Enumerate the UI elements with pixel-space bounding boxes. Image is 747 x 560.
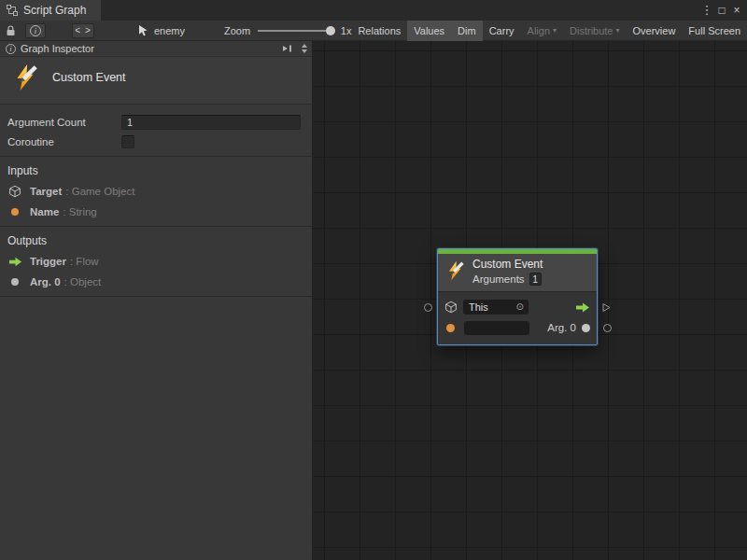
node-header: Custom Event Arguments 1 <box>438 254 597 291</box>
graph-inspector-panel: i Graph Inspector <box>0 41 313 560</box>
game-object-icon <box>7 185 22 198</box>
outputs-heading: Outputs <box>7 234 304 247</box>
node-arguments-value[interactable]: 1 <box>529 273 542 286</box>
output-port-row: Trigger : Flow <box>7 251 304 272</box>
overview-button[interactable]: Overview <box>627 21 683 41</box>
chevron-down-icon: ▾ <box>553 26 557 35</box>
argument-count-row: Argument Count <box>7 112 301 132</box>
port-type: : Object <box>64 276 102 287</box>
zoom-label: Zoom <box>224 25 250 36</box>
name-port-row: Arg. 0 <box>444 317 590 338</box>
close-icon[interactable]: × <box>729 2 744 19</box>
flow-arrow-icon <box>7 257 22 267</box>
inspector-toggle-button[interactable]: i <box>25 23 46 38</box>
input-port-row: Target : Game Object <box>7 181 304 202</box>
zoom-slider-track <box>258 30 333 32</box>
node-header-text: Custom Event Arguments 1 <box>472 258 543 286</box>
string-port-icon <box>7 208 22 216</box>
port-name: Target <box>30 186 62 197</box>
port-name: Name <box>30 206 59 217</box>
object-port-icon <box>7 278 22 286</box>
trigger-port-connector[interactable] <box>601 302 612 313</box>
target-port-connector[interactable] <box>424 303 432 312</box>
align-label: Align <box>528 25 550 36</box>
unity-script-graph-window: Script Graph ⋮ □ × i < > enemy <box>0 0 747 560</box>
tab-label: Script Graph <box>23 4 86 17</box>
target-port-row: This ⊙ <box>444 297 590 317</box>
inputs-heading: Inputs <box>7 164 304 177</box>
graph-reference[interactable]: enemy <box>137 24 185 36</box>
port-type: : Flow <box>70 256 99 267</box>
dim-button[interactable]: Dim <box>451 21 483 41</box>
dock-icon[interactable] <box>282 44 293 53</box>
window-menu-icon[interactable]: ⋮ <box>699 2 714 19</box>
toolbar-button-group: Relations Values Dim Carry Align ▾ Distr… <box>351 21 747 41</box>
output-port-row: Arg. 0 : Object <box>7 272 304 292</box>
zoom-slider-knob[interactable] <box>326 26 335 35</box>
outputs-section: Outputs Trigger : Flow Arg. 0 : Object <box>0 227 312 297</box>
lock-icon[interactable] <box>6 25 16 36</box>
argument-count-input[interactable] <box>121 115 301 130</box>
object-picker-icon[interactable]: ⊙ <box>516 302 524 312</box>
coroutine-label: Coroutine <box>7 136 121 147</box>
inspector-header: i Graph Inspector <box>0 41 312 57</box>
scroll-spinner[interactable] <box>302 44 307 53</box>
graph-name-label: enemy <box>154 25 185 36</box>
target-dropdown-value: This <box>469 301 488 313</box>
port-name: Arg. 0 <box>30 276 61 287</box>
inputs-section: Inputs Target : Game Object Name : Strin… <box>0 157 312 227</box>
align-dropdown-button[interactable]: Align ▾ <box>521 21 563 41</box>
titlebar: Script Graph ⋮ □ × <box>0 0 747 21</box>
info-icon: i <box>30 25 41 36</box>
node-arguments-label: Arguments <box>472 273 525 286</box>
port-name: Trigger <box>30 256 66 267</box>
values-button[interactable]: Values <box>407 21 451 41</box>
custom-event-node[interactable]: Custom Event Arguments 1 <box>437 248 598 345</box>
coroutine-row: Coroutine <box>7 132 301 151</box>
chevron-down-icon: ▾ <box>616 26 620 35</box>
relations-button[interactable]: Relations <box>351 21 407 41</box>
info-icon: i <box>6 44 16 54</box>
event-header: Custom Event <box>0 57 312 105</box>
port-type: : String <box>63 206 96 217</box>
distribute-dropdown-button[interactable]: Distribute ▾ <box>563 21 626 41</box>
tab-script-graph[interactable]: Script Graph <box>0 0 101 21</box>
node-title: Custom Event <box>472 258 543 272</box>
graph-canvas[interactable]: Custom Event Arguments 1 <box>313 41 747 560</box>
argument-count-label: Argument Count <box>7 117 121 128</box>
zoom-value: 1x <box>341 25 352 36</box>
distribute-label: Distribute <box>570 25 613 36</box>
maximize-icon[interactable]: □ <box>714 2 729 19</box>
cursor-icon <box>137 24 149 36</box>
carry-button[interactable]: Carry <box>483 21 521 41</box>
game-object-icon <box>444 301 458 314</box>
node-body: This ⊙ Arg. 0 <box>438 291 597 344</box>
zoom-slider[interactable] <box>258 25 333 36</box>
event-name-input[interactable] <box>464 321 529 335</box>
script-graph-icon <box>7 5 18 16</box>
window-controls: ⋮ □ × <box>699 0 747 21</box>
fullscreen-button[interactable]: Full Screen <box>682 21 747 41</box>
custom-event-icon <box>445 260 466 284</box>
code-view-button[interactable]: < > <box>72 23 94 38</box>
coroutine-checkbox[interactable] <box>121 135 134 148</box>
string-port-icon <box>446 324 455 332</box>
event-settings: Argument Count Coroutine <box>0 105 312 157</box>
trigger-flow-arrow-icon <box>575 302 590 313</box>
arg0-port-connector[interactable] <box>603 324 612 332</box>
event-title: Custom Event <box>52 71 126 104</box>
graph-toolbar: i < > enemy Zoom 1x Relations Values Dim… <box>0 21 747 41</box>
inspector-title: Graph Inspector <box>21 43 94 54</box>
input-port-row: Name : String <box>7 202 304 222</box>
arg0-label: Arg. 0 <box>547 322 576 333</box>
target-dropdown[interactable]: This ⊙ <box>463 300 529 315</box>
custom-event-icon <box>12 63 40 104</box>
object-port-icon <box>582 324 590 332</box>
port-type: : Game Object <box>65 186 134 197</box>
